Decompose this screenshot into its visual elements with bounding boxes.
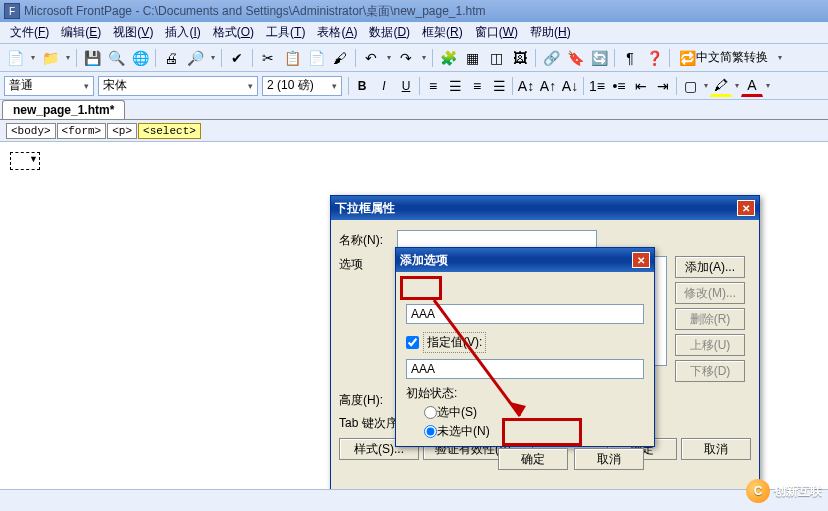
annotation-box-2 (502, 418, 582, 446)
search-icon[interactable]: 🔍 (105, 47, 127, 69)
align-justify-icon[interactable]: ☰ (488, 75, 510, 97)
add-cancel-button[interactable]: 取消 (574, 448, 644, 470)
add-ok-button[interactable]: 确定 (498, 448, 568, 470)
height-label: 高度(H): (339, 392, 397, 409)
menu-edit[interactable]: 编辑(E) (55, 22, 107, 43)
specified-value-input[interactable] (406, 359, 644, 379)
menu-file[interactable]: 文件(F) (4, 22, 55, 43)
menu-data[interactable]: 数据(D) (363, 22, 416, 43)
insert-layer-icon[interactable]: ◫ (485, 47, 507, 69)
cancel-button[interactable]: 取消 (681, 438, 751, 460)
align-center-icon[interactable]: ☰ (444, 75, 466, 97)
save-icon[interactable]: 💾 (81, 47, 103, 69)
menu-tools[interactable]: 工具(T) (260, 22, 311, 43)
toolbar-main: 📄▾ 📁▾ 💾 🔍 🌐 🖨 🔎▾ ✔ ✂ 📋 📄 🖌 ↶▾ ↷▾ 🧩 ▦ ◫ 🖼… (0, 44, 828, 72)
name-label: 名称(N): (339, 232, 397, 249)
redo-icon[interactable]: ↷ (395, 47, 417, 69)
menu-insert[interactable]: 插入(I) (159, 22, 206, 43)
dialog-title-bar[interactable]: 下拉框属性 ✕ (331, 196, 759, 220)
hyperlink-icon[interactable]: 🔗 (540, 47, 562, 69)
select-element[interactable] (10, 152, 40, 170)
remove-button[interactable]: 删除(R) (675, 308, 745, 330)
bold-icon[interactable]: B (351, 75, 373, 97)
text-direction-icon[interactable]: A↕ (515, 75, 537, 97)
menu-frame[interactable]: 框架(R) (416, 22, 469, 43)
specify-value-checkbox[interactable] (406, 336, 419, 349)
number-list-icon[interactable]: 1≡ (586, 75, 608, 97)
specify-value-label: 指定值(V): (423, 332, 486, 353)
window-title-bar: F Microsoft FrontPage - C:\Documents and… (0, 0, 828, 22)
borders-icon[interactable]: ▢ (679, 75, 701, 97)
web-component-icon[interactable]: 🧩 (437, 47, 459, 69)
initial-state-label: 初始状态: (406, 385, 644, 402)
size-combo[interactable]: 2 (10 磅)▾ (262, 76, 342, 96)
close-icon[interactable]: ✕ (737, 200, 755, 216)
moveup-button[interactable]: 上移(U) (675, 334, 745, 356)
document-tabs: new_page_1.htm* (0, 100, 828, 120)
watermark: C 创新互联 (746, 479, 822, 503)
selected-label: 选中(S) (437, 404, 477, 421)
crumb-form[interactable]: <form> (57, 123, 107, 139)
menu-bar: 文件(F) 编辑(E) 视图(V) 插入(I) 格式(O) 工具(T) 表格(A… (0, 22, 828, 44)
preview-icon[interactable]: 🔎 (184, 47, 206, 69)
paste-icon[interactable]: 📄 (305, 47, 327, 69)
menu-table[interactable]: 表格(A) (311, 22, 363, 43)
toolbar-format: 普通▾ 宋体▾ 2 (10 磅)▾ B I U ≡ ☰ ≡ ☰ A↕ A↑ A↓… (0, 72, 828, 100)
add-option-title: 添加选项 (400, 252, 448, 269)
help-icon[interactable]: ❓ (643, 47, 665, 69)
publish-icon[interactable]: 🌐 (129, 47, 151, 69)
print-icon[interactable]: 🖨 (160, 47, 182, 69)
options-label: 选项 (339, 256, 397, 273)
crumb-select[interactable]: <select> (138, 123, 201, 139)
style-combo[interactable]: 普通▾ (4, 76, 94, 96)
annotation-box-1 (400, 276, 442, 300)
window-title: Microsoft FrontPage - C:\Documents and S… (24, 3, 486, 20)
align-left-icon[interactable]: ≡ (422, 75, 444, 97)
show-all-icon[interactable]: ¶ (619, 47, 641, 69)
modify-button[interactable]: 修改(M)... (675, 282, 745, 304)
menu-window[interactable]: 窗口(W) (469, 22, 524, 43)
menu-view[interactable]: 视图(V) (107, 22, 159, 43)
format-painter-icon[interactable]: 🖌 (329, 47, 351, 69)
align-right-icon[interactable]: ≡ (466, 75, 488, 97)
increase-size-icon[interactable]: A↑ (537, 75, 559, 97)
status-bar (0, 489, 828, 511)
bullet-list-icon[interactable]: •≡ (608, 75, 630, 97)
spellcheck-icon[interactable]: ✔ (226, 47, 248, 69)
menu-format[interactable]: 格式(O) (207, 22, 260, 43)
bookmark-icon[interactable]: 🔖 (564, 47, 586, 69)
movedown-button[interactable]: 下移(D) (675, 360, 745, 382)
close-icon[interactable]: ✕ (632, 252, 650, 268)
tab-active[interactable]: new_page_1.htm* (2, 100, 125, 119)
refresh-icon[interactable]: 🔄 (588, 47, 610, 69)
font-combo[interactable]: 宋体▾ (98, 76, 258, 96)
underline-icon[interactable]: U (395, 75, 417, 97)
insert-table-icon[interactable]: ▦ (461, 47, 483, 69)
app-icon: F (4, 3, 20, 19)
indent-icon[interactable]: ⇥ (652, 75, 674, 97)
watermark-logo-icon: C (746, 479, 770, 503)
menu-help[interactable]: 帮助(H) (524, 22, 577, 43)
not-selected-label: 未选中(N) (437, 423, 490, 440)
not-selected-radio[interactable] (424, 425, 437, 438)
new-page-icon[interactable]: 📄 (4, 47, 26, 69)
selected-radio[interactable] (424, 406, 437, 419)
cut-icon[interactable]: ✂ (257, 47, 279, 69)
tag-breadcrumb: <body> <form> <p> <select> (0, 120, 828, 142)
outdent-icon[interactable]: ⇤ (630, 75, 652, 97)
dialog-title: 下拉框属性 (335, 200, 395, 217)
undo-icon[interactable]: ↶ (360, 47, 382, 69)
insert-image-icon[interactable]: 🖼 (509, 47, 531, 69)
font-color-icon[interactable]: A (741, 75, 763, 97)
italic-icon[interactable]: I (373, 75, 395, 97)
add-option-title-bar[interactable]: 添加选项 ✕ (396, 248, 654, 272)
cn-convert-button[interactable]: 🔁 中文简繁转换 (674, 47, 773, 69)
crumb-p[interactable]: <p> (107, 123, 137, 139)
option-input[interactable] (406, 304, 644, 324)
open-icon[interactable]: 📁 (39, 47, 61, 69)
crumb-body[interactable]: <body> (6, 123, 56, 139)
decrease-size-icon[interactable]: A↓ (559, 75, 581, 97)
add-button[interactable]: 添加(A)... (675, 256, 745, 278)
highlight-color-icon[interactable]: 🖍 (710, 75, 732, 97)
copy-icon[interactable]: 📋 (281, 47, 303, 69)
